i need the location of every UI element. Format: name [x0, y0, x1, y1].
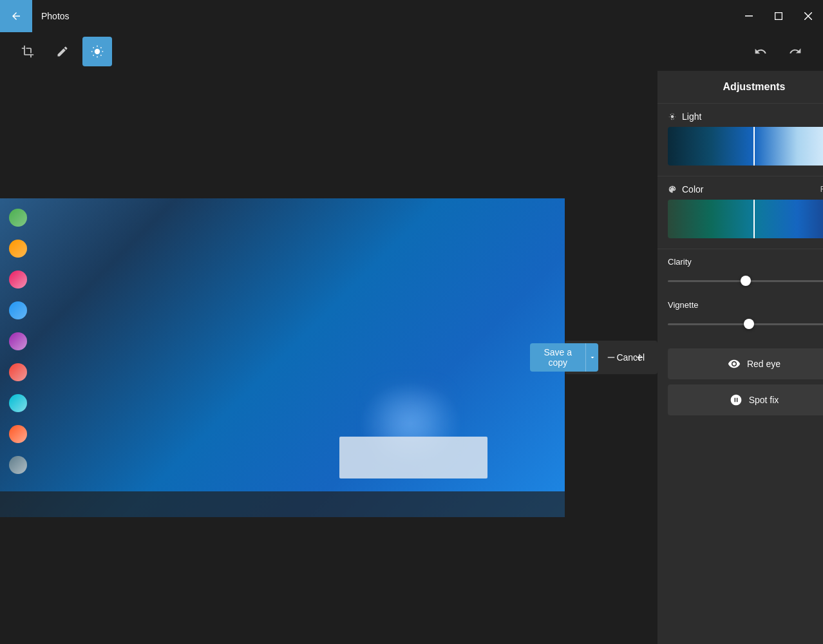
- close-button[interactable]: [793, 0, 823, 32]
- clarity-track: [668, 280, 823, 282]
- red-eye-icon: [728, 357, 741, 370]
- action-buttons: Red eye Spot fix: [657, 341, 823, 428]
- color-section: Color Reset: [657, 176, 823, 249]
- redo-button[interactable]: [780, 37, 810, 66]
- bottom-bar: Save a copy Cancel: [565, 335, 657, 380]
- vignette-track: [668, 323, 823, 325]
- spot-fix-button[interactable]: Spot fix: [668, 384, 823, 415]
- desktop-icon-9: [3, 451, 33, 479]
- adjust-tool-button[interactable]: [82, 37, 112, 66]
- photo-container: [0, 198, 565, 517]
- desktop-icon-7: [3, 389, 33, 417]
- light-header-left: Light: [668, 111, 701, 122]
- taskbar-popup: [339, 437, 487, 478]
- desktop-icon-6: [3, 358, 33, 386]
- window-controls: [734, 0, 823, 32]
- vignette-slider[interactable]: [668, 317, 823, 330]
- desktop-icon-4: [3, 296, 33, 325]
- light-section-header[interactable]: Light: [668, 111, 823, 122]
- toolbar-tools: [13, 37, 112, 66]
- crop-tool-button[interactable]: [13, 37, 43, 66]
- red-eye-label: Red eye: [747, 359, 780, 369]
- svg-rect-0: [745, 15, 753, 17]
- cancel-button[interactable]: Cancel: [603, 343, 657, 372]
- vignette-section: Vignette: [657, 298, 823, 341]
- color-section-header[interactable]: Color Reset: [668, 184, 823, 194]
- svg-point-4: [95, 49, 100, 54]
- save-copy-button[interactable]: Save a copy: [530, 343, 585, 372]
- spot-fix-label: Spot fix: [749, 395, 779, 405]
- desktop-icon-1: [3, 204, 33, 232]
- taskbar-simulation: [0, 491, 565, 517]
- desktop-icon-5: [3, 327, 33, 355]
- undo-button[interactable]: [746, 37, 775, 66]
- photo-background: [0, 198, 565, 517]
- light-preview-handle: [753, 127, 755, 166]
- spot-fix-icon: [730, 393, 743, 406]
- svg-rect-1: [775, 13, 782, 20]
- red-eye-button[interactable]: Red eye: [668, 348, 823, 379]
- main-content: Save a copy Cancel Adjustments Light: [0, 71, 823, 644]
- color-header-left: Color: [668, 184, 703, 194]
- desktop-icon-2: [3, 234, 33, 263]
- vignette-label: Vignette: [668, 300, 823, 310]
- clarity-thumb[interactable]: [741, 276, 751, 286]
- titlebar: Photos: [0, 0, 823, 32]
- color-label: Color: [682, 184, 703, 194]
- canvas-area: Save a copy Cancel: [0, 71, 657, 644]
- toolbar-history: [746, 37, 810, 66]
- adjustments-panel: Adjustments Light Color Reset: [657, 71, 823, 644]
- clarity-slider[interactable]: [668, 274, 823, 287]
- toolbar: [0, 32, 823, 71]
- light-preview-strip[interactable]: [668, 127, 823, 166]
- app-title: Photos: [41, 11, 70, 21]
- color-preview-handle: [753, 200, 755, 238]
- back-button[interactable]: [0, 0, 32, 32]
- minimize-button[interactable]: [734, 0, 764, 32]
- panel-spacer: [657, 428, 823, 644]
- color-reset-button[interactable]: Reset: [820, 185, 823, 194]
- vignette-thumb[interactable]: [744, 319, 754, 329]
- markup-tool-button[interactable]: [48, 37, 77, 66]
- light-label: Light: [682, 111, 701, 122]
- save-dropdown-button[interactable]: [585, 343, 598, 372]
- clarity-label: Clarity: [668, 257, 823, 267]
- desktop-icon-8: [3, 420, 33, 448]
- bottom-actions: Save a copy Cancel: [530, 343, 657, 372]
- light-section: Light: [657, 104, 823, 176]
- clarity-section: Clarity: [657, 249, 823, 298]
- desktop-icons: [0, 198, 52, 517]
- panel-title: Adjustments: [657, 71, 823, 104]
- color-preview-strip[interactable]: [668, 200, 823, 238]
- maximize-button[interactable]: [764, 0, 793, 32]
- desktop-icon-3: [3, 265, 33, 294]
